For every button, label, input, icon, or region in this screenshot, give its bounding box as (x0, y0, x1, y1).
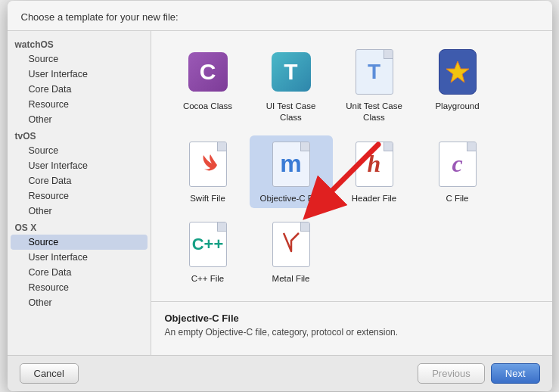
sidebar-group-tvos: tvOS (8, 127, 151, 143)
file-grid: C Cocoa Class T UI Test CaseClass (151, 31, 552, 303)
file-label-uitest: UI Test CaseClass (266, 101, 316, 123)
dialog: Choose a template for your new file: wat… (8, 1, 552, 392)
sidebar-item-watchos-resource[interactable]: Resource (11, 97, 148, 112)
footer-right-buttons: Previous Next (418, 363, 539, 384)
file-label-objc: Objective-C File (260, 193, 322, 204)
file-label-header: Header File (352, 193, 396, 204)
unit-test-icon: T (353, 48, 396, 96)
file-item-swift[interactable]: Swift File (166, 135, 250, 209)
file-item-unit-test-case[interactable]: T Unit Test CaseClass (333, 43, 416, 128)
file-label-metal: Metal File (272, 273, 310, 285)
file-label-playground: Playground (435, 101, 479, 112)
description-text: An empty Objective-C file, category, pro… (165, 327, 539, 338)
sidebar-item-osx-ui[interactable]: User Interface (11, 250, 148, 265)
cocoa-class-icon: C (187, 48, 229, 96)
file-label-cfile: C File (446, 193, 468, 204)
playground-icon (436, 48, 479, 96)
file-item-ui-test-case[interactable]: T UI Test CaseClass (250, 43, 333, 128)
cpp-icon: C++ (187, 220, 229, 269)
file-item-cpp[interactable]: C++ C++ File (166, 216, 250, 289)
metal-icon (270, 220, 312, 269)
sidebar-item-osx-resource[interactable]: Resource (11, 280, 148, 295)
dialog-footer: Cancel Previous Next (8, 355, 552, 391)
sidebar-item-tvos-ui[interactable]: User Interface (11, 158, 148, 173)
sidebar-item-tvos-source[interactable]: Source (11, 143, 148, 158)
next-button[interactable]: Next (491, 363, 540, 384)
file-label-cocoa: Cocoa Class (183, 101, 232, 112)
file-label-swift: Swift File (190, 193, 225, 204)
svg-marker-0 (446, 61, 469, 82)
sidebar-item-tvos-coredata[interactable]: Core Data (11, 173, 148, 188)
file-label-cpp: C++ File (191, 273, 224, 285)
sidebar-item-watchos-ui[interactable]: User Interface (11, 67, 148, 82)
swift-icon (187, 140, 229, 188)
dialog-title: Choose a template for your new file: (8, 1, 552, 31)
previous-button[interactable]: Previous (418, 363, 485, 384)
sidebar-item-tvos-other[interactable]: Other (11, 204, 148, 219)
file-item-playground[interactable]: Playground (416, 43, 499, 128)
file-item-metal[interactable]: Metal File (250, 216, 333, 289)
cancel-button[interactable]: Cancel (20, 363, 79, 384)
sidebar-group-watchos: watchOS (8, 36, 151, 51)
sidebar-item-watchos-source[interactable]: Source (11, 51, 148, 67)
description-area: Objective-C File An empty Objective-C fi… (151, 302, 552, 355)
description-title: Objective-C File (165, 313, 539, 324)
header-icon: h (353, 140, 396, 188)
file-item-cfile[interactable]: c C File (416, 135, 499, 209)
cfile-icon: c (436, 140, 479, 188)
dialog-body: watchOS Source User Interface Core Data … (8, 31, 552, 356)
file-label-unittest: Unit Test CaseClass (346, 101, 402, 123)
sidebar-item-watchos-other[interactable]: Other (11, 112, 148, 127)
file-item-cocoa-class[interactable]: C Cocoa Class (166, 43, 250, 128)
file-item-header[interactable]: h Header File (333, 135, 416, 209)
sidebar-item-osx-other[interactable]: Other (11, 295, 148, 310)
sidebar-item-osx-coredata[interactable]: Core Data (11, 265, 148, 280)
sidebar-item-watchos-coredata[interactable]: Core Data (11, 82, 148, 97)
file-grid-wrapper: C Cocoa Class T UI Test CaseClass (151, 31, 552, 303)
sidebar-group-osx: OS X (8, 219, 151, 235)
sidebar-item-osx-source[interactable]: Source (11, 235, 148, 250)
sidebar-item-tvos-resource[interactable]: Resource (11, 188, 148, 204)
ui-test-icon: T (270, 48, 312, 96)
sidebar: watchOS Source User Interface Core Data … (8, 31, 151, 356)
objc-icon: m (270, 140, 312, 188)
content-area: C Cocoa Class T UI Test CaseClass (151, 31, 552, 356)
file-item-objc[interactable]: m Objective-C File (250, 135, 333, 209)
